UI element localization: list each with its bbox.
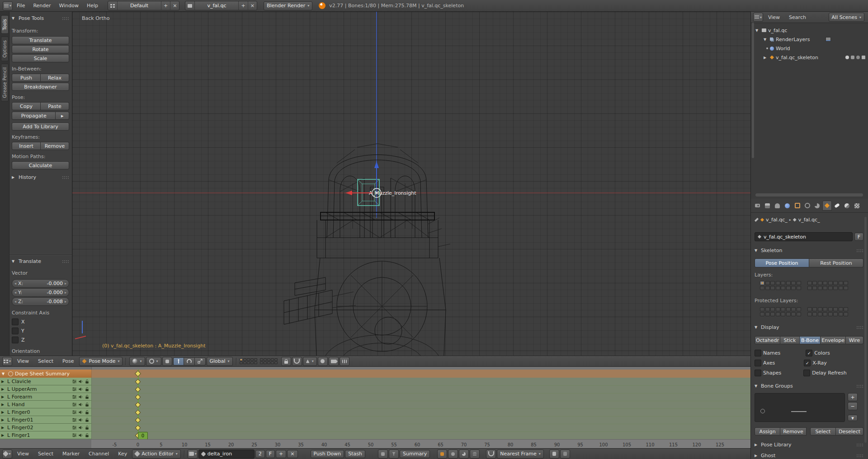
mute-speaker-icon[interactable] [78, 402, 83, 407]
tab-armature-data[interactable] [822, 201, 832, 211]
layer-toggle[interactable] [243, 361, 246, 364]
lock-icon[interactable] [85, 417, 90, 422]
outliner-item-label[interactable]: World [776, 46, 790, 52]
translate-x-field[interactable]: ◂ X: -0.000 ▸ [12, 279, 69, 288]
add-screen-button[interactable]: + [161, 1, 170, 10]
layer-toggle[interactable] [264, 358, 267, 361]
mute-speaker-icon[interactable] [78, 417, 83, 422]
mute-speaker-icon[interactable] [78, 433, 83, 438]
decrement-arrow-icon[interactable]: ◂ [14, 281, 16, 286]
layer-toggle[interactable] [818, 286, 822, 290]
summary-toggle-button[interactable]: Summary [400, 450, 430, 458]
skeleton-panel-header[interactable]: ▼ Skeleton [755, 248, 863, 253]
layer-toggle[interactable] [833, 307, 838, 311]
layer-toggle[interactable] [823, 281, 827, 285]
dopesheet-channel-row[interactable]: ▶L Forearm [0, 393, 91, 401]
dopesheet-summary-row[interactable]: ▼ Dope Sheet Summary [0, 370, 91, 378]
decrement-arrow-icon[interactable]: ◂ [14, 290, 16, 295]
action-name-field[interactable]: delta_iron [198, 450, 255, 459]
layer-toggle[interactable] [844, 312, 848, 316]
tab-grease-pencil[interactable]: Grease Pencil [1, 64, 9, 102]
expand-icon[interactable]: ▶ [1, 379, 6, 384]
expand-icon[interactable]: ▶ [1, 418, 6, 422]
fake-user-button[interactable]: F [854, 233, 863, 241]
snap-mode-dropdown[interactable]: Nearest Frame ▾ [497, 450, 544, 459]
relax-button[interactable]: Relax [41, 74, 69, 82]
render-result-icon[interactable] [826, 37, 831, 42]
outliner-row-armature[interactable]: ▶ v_fal.qc_skeleton [764, 53, 865, 61]
layer-toggle[interactable] [823, 312, 827, 316]
constraint-y-checkbox[interactable] [12, 328, 19, 334]
layer-toggle[interactable] [833, 281, 838, 285]
channel-icons[interactable] [72, 394, 91, 399]
unlink-action-button[interactable]: × [287, 450, 297, 458]
display-envelope-button[interactable]: Envelope [821, 336, 846, 344]
layer-toggle[interactable] [812, 307, 817, 311]
layer-toggle[interactable] [786, 281, 791, 285]
dopesheet-channel-row[interactable]: ▶L Finger0 [0, 408, 91, 416]
pose-tools-panel-header[interactable]: ▼ Pose Tools [12, 15, 69, 21]
snap-element-dropdown[interactable]: ▾ [303, 357, 317, 366]
tab-render[interactable] [753, 201, 762, 211]
editor-type-button[interactable]: ▾ [3, 1, 13, 10]
layer-toggle[interactable] [250, 358, 254, 361]
constraint-z-checkbox[interactable] [12, 337, 19, 343]
colors-checkbox[interactable]: ✓ [806, 350, 812, 356]
layer-toggle[interactable] [828, 286, 833, 290]
lock-icon[interactable] [85, 379, 90, 384]
dopesheet-channel-row[interactable]: ▶L Finger02 [0, 424, 91, 431]
channel-icons[interactable] [72, 402, 91, 407]
layer-toggle[interactable] [271, 358, 274, 361]
panel-grip[interactable] [62, 260, 69, 263]
insert-keyframe-button[interactable]: Insert [12, 142, 41, 150]
channel-icons[interactable] [72, 433, 91, 438]
manipulator-x-arrowhead[interactable] [345, 191, 352, 195]
tab-scene[interactable] [773, 201, 782, 211]
layer-toggle[interactable] [823, 307, 827, 311]
tab-material[interactable] [842, 201, 852, 211]
channel-icons[interactable] [72, 379, 91, 384]
layer-toggle[interactable] [760, 286, 764, 290]
collapse-icon[interactable]: ▼ [755, 28, 760, 33]
layer-toggle[interactable] [786, 307, 791, 311]
push-down-button[interactable]: Push Down [311, 450, 344, 458]
editor-mode-dropdown[interactable]: Action Editor ▾ [132, 450, 181, 459]
screen-layout-name[interactable]: Default [117, 1, 161, 10]
channel-icons[interactable] [72, 417, 91, 422]
copy-keyframes-button[interactable] [549, 450, 559, 459]
display-bbone-button[interactable]: B-Bone [800, 336, 821, 344]
layer-toggle[interactable] [844, 281, 848, 285]
restrict-view-icon[interactable] [851, 56, 854, 59]
layer-toggle[interactable] [812, 312, 817, 316]
channel-settings-icon[interactable] [72, 417, 77, 422]
menu-window[interactable]: Window [55, 3, 83, 9]
xray-checkbox[interactable]: ✓ [804, 360, 811, 366]
translate-z-field[interactable]: ◂ Z: -0.008 ▸ [12, 297, 69, 306]
expand-icon[interactable]: ▶ [1, 387, 6, 391]
display-scope-dropdown[interactable]: All Scenes ▾ [829, 13, 864, 22]
layer-toggle[interactable] [823, 286, 827, 290]
3d-viewport[interactable]: A_Muzzle_Ironsight Back Ortho (0) v_fal.… [72, 12, 750, 356]
remove-keyframe-button[interactable]: Remove [41, 142, 69, 150]
lock-icon[interactable] [85, 402, 90, 407]
menu-view[interactable]: View [13, 358, 33, 364]
outliner-row-world[interactable]: World [766, 44, 790, 52]
panel-grip[interactable] [62, 176, 69, 179]
breadcrumb-data[interactable]: v_fal.qc_ [793, 217, 820, 223]
menu-file[interactable]: File [13, 3, 29, 9]
select-button[interactable]: Select [810, 427, 836, 436]
channel-icons[interactable] [72, 387, 91, 392]
layer-toggle[interactable] [797, 286, 801, 290]
panel-grip[interactable] [856, 326, 863, 329]
add-bone-group-button[interactable]: + [848, 393, 858, 401]
layer-toggle[interactable] [770, 312, 775, 316]
remove-button[interactable]: Remove [780, 427, 807, 436]
outliner-vertical-scrollbar[interactable] [752, 23, 754, 158]
panel-grip[interactable] [62, 17, 69, 20]
add-to-library-button[interactable]: Add To Library [12, 122, 69, 131]
copy-pose-button[interactable]: Copy [12, 102, 41, 110]
layer-toggle[interactable] [250, 361, 254, 364]
lock-icon[interactable] [85, 410, 90, 415]
layer-toggle[interactable] [776, 281, 780, 285]
tab-modifiers[interactable] [812, 201, 822, 211]
